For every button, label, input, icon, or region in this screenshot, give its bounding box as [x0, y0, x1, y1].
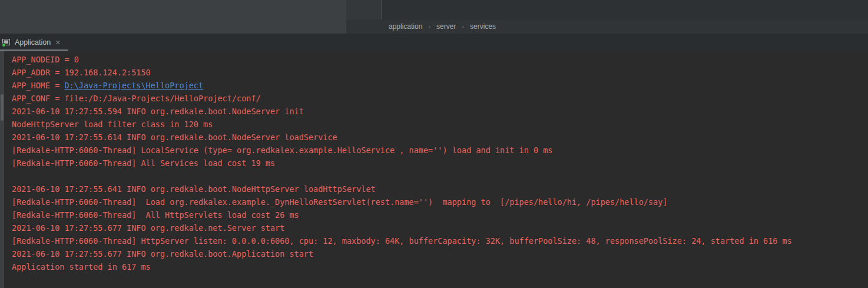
console-line: APP_HOME = D:\Java-Projects\HelloProject	[12, 79, 868, 92]
breadcrumb-item-server[interactable]: server	[434, 22, 458, 31]
log-text: APP_HOME =	[12, 81, 64, 90]
console-line: APP_CONF = file:/D:/Java-Projects/HelloP…	[12, 92, 868, 105]
log-text: [Redkale-HTTP:6060-Thread] HttpServer li…	[12, 236, 792, 246]
breadcrumb: application › server › services	[346, 19, 868, 34]
console-line: [Redkale-HTTP:6060-Thread] LocalService …	[12, 144, 868, 157]
console-line: NodeHttpServer load filter class in 120 …	[12, 118, 868, 131]
ide-window: application › server › services Applicat…	[0, 0, 868, 288]
ide-header: application › server › services	[0, 0, 868, 34]
log-text: [Redkale-HTTP:6060-Thread] All HttpServl…	[12, 210, 299, 220]
run-console-icon	[2, 38, 11, 47]
tab-label: Application	[15, 38, 51, 47]
scrollbar-thumb[interactable]	[1, 94, 4, 121]
console-panel: APP_NODEID = 0APP_ADDR = 192.168.124.2:5…	[0, 51, 868, 288]
console-line: [Redkale-HTTP:6060-Thread] All Services …	[12, 157, 868, 170]
breadcrumb-item-application[interactable]: application	[386, 22, 425, 31]
tab-application[interactable]: Application ×	[0, 34, 68, 51]
console-line: APP_ADDR = 192.168.124.2:5150	[12, 66, 868, 79]
log-text: APP_ADDR = 192.168.124.2:5150	[12, 68, 151, 77]
console-line: [Redkale-HTTP:6060-Thread] All HttpServl…	[12, 208, 868, 221]
log-text: 2021-06-10 17:27:55.677 INFO org.redkale…	[12, 249, 313, 259]
console-line: APP_NODEID = 0	[12, 53, 868, 66]
console-left-stripe	[0, 51, 4, 288]
log-text: [Redkale-HTTP:6060-Thread] LocalService …	[12, 145, 552, 155]
console-line: 2021-06-10 17:27:55.594 INFO org.redkale…	[12, 105, 868, 118]
file-path-link[interactable]: D:\Java-Projects\HelloProject	[64, 81, 203, 90]
console-line: Application started in 617 ms	[12, 260, 868, 273]
run-tool-window-tabbar: Application ×	[0, 34, 868, 51]
console-line: [Redkale-HTTP:6060-Thread] HttpServer li…	[12, 234, 868, 247]
breadcrumb-item-services[interactable]: services	[468, 22, 498, 31]
log-text: [Redkale-HTTP:6060-Thread] Load org.redk…	[12, 197, 668, 207]
console-line: 2021-06-10 17:27:55.677 INFO org.redkale…	[12, 221, 868, 234]
log-text: 2021-06-10 17:27:55.594 INFO org.redkale…	[12, 107, 304, 116]
log-text: NodeHttpServer load filter class in 120 …	[12, 120, 213, 129]
console-line: [Redkale-HTTP:6060-Thread] Load org.redk…	[12, 196, 868, 208]
header-right: application › server › services	[346, 0, 868, 34]
editor-panel-right	[346, 0, 868, 19]
console-line: 2021-06-10 17:27:55.641 INFO org.redkale…	[12, 183, 868, 196]
console-output: APP_NODEID = 0APP_ADDR = 192.168.124.2:5…	[4, 51, 868, 288]
editor-panel-right-pane	[382, 0, 868, 19]
log-text: APP_CONF = file:/D:/Java-Projects/HelloP…	[12, 94, 261, 103]
console-line: 2021-06-10 17:27:55.614 INFO org.redkale…	[12, 131, 868, 144]
log-text: 2021-06-10 17:27:55.677 INFO org.redkale…	[12, 223, 284, 233]
log-text: 2021-06-10 17:27:55.641 INFO org.redkale…	[12, 184, 376, 194]
log-text: 2021-06-10 17:27:55.614 INFO org.redkale…	[12, 133, 337, 142]
editor-panel-left	[0, 0, 346, 34]
console-line: 2021-06-10 17:27:55.677 INFO org.redkale…	[12, 247, 868, 260]
log-text: APP_NODEID = 0	[12, 55, 79, 64]
log-text: Application started in 617 ms	[12, 262, 151, 272]
breadcrumb-separator-icon: ›	[425, 23, 434, 30]
close-icon[interactable]: ×	[55, 38, 60, 47]
breadcrumb-separator-icon: ›	[458, 23, 468, 30]
editor-split-gutter	[346, 0, 382, 19]
console-line	[12, 170, 868, 183]
log-text: [Redkale-HTTP:6060-Thread] All Services …	[12, 158, 275, 168]
